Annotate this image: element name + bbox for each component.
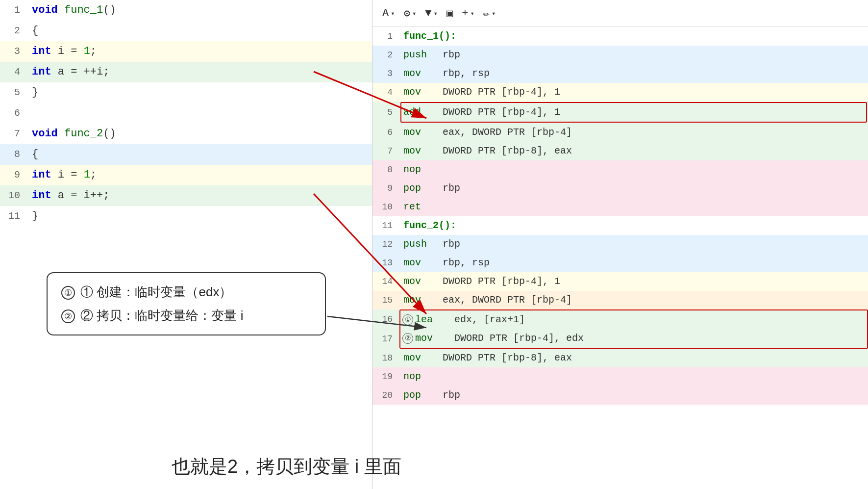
left-panel: 1 void func_1() 2 { 3 int i = 1; 4 int a… [0,0,372,489]
code-line-4: 4 int a = ++i; [0,62,372,82]
settings-button[interactable]: ⚙▾ [404,7,417,20]
source-code-area: 1 void func_1() 2 { 3 int i = 1; 4 int a… [0,0,372,227]
asm-line-1: 1 func_1(): [372,27,868,46]
asm-line-8: 8 nop [372,160,868,179]
code-line-1: 1 void func_1() [0,0,372,21]
code-line-3: 3 int i = 1; [0,41,372,62]
circle-2: ② [61,309,75,323]
filter-button[interactable]: ▼▾ [425,7,438,20]
asm-line-15: 15 moveax, DWORD PTR [rbp-4] [372,291,868,309]
asm-line-3: 3 movrbp, rsp [372,64,868,83]
asm-line-11: 11 func_2(): [372,216,868,235]
asm-line-2: 2 pushrbp [372,46,868,64]
asm-code-area: 1 func_1(): 2 pushrbp 3 movrbp, rsp 4 mo… [372,27,868,405]
right-panel: A▾ ⚙▾ ▼▾ ▣ +▾ ✏▾ 1 func_1(): 2 pushrbp 3… [372,0,868,489]
layout-button[interactable]: ▣ [446,7,453,20]
asm-line-9: 9 poprbp [372,179,868,198]
asm-line-10: 10 ret [372,198,868,216]
add-button[interactable]: +▾ [462,7,474,20]
circle-1: ① [61,286,75,300]
code-line-7: 7 void func_2() [0,124,372,144]
annotation-box: ① ① 创建：临时变量（edx） ② ② 拷贝：临时变量给：变量 i [47,272,326,335]
code-line-2: 2 { [0,21,372,41]
annotation-line-1: ① ① 创建：临时变量（edx） [61,282,311,303]
code-line-10: 10 int a = i++; [0,185,372,206]
asm-line-17: 17 ② movDWORD PTR [rbp-4], edx [372,329,868,349]
asm-line-13: 13 movrbp, rsp [372,254,868,272]
asm-line-19: 19 nop [372,367,868,386]
annotation-line-2: ② ② 拷贝：临时变量给：变量 i [61,306,311,326]
toolbar: A▾ ⚙▾ ▼▾ ▣ +▾ ✏▾ [372,0,868,27]
code-line-9: 9 int i = 1; [0,165,372,185]
asm-line-5: 5 addDWORD PTR [rbp-4], 1 [372,102,868,123]
asm-line-4: 4 movDWORD PTR [rbp-4], 1 [372,83,868,102]
asm-line-6: 6 moveax, DWORD PTR [rbp-4] [372,123,868,142]
asm-line-16: 16 ① leaedx, [rax+1] [372,309,868,329]
asm-line-7: 7 movDWORD PTR [rbp-8], eax [372,142,868,160]
code-line-8: 8 { [0,144,372,165]
code-line-6: 6 [0,103,372,124]
code-line-5: 5 } [0,82,372,103]
asm-line-20: 20 poprbp [372,386,868,405]
asm-line-18: 18 movDWORD PTR [rbp-8], eax [372,349,868,367]
edit-button[interactable]: ✏▾ [483,7,496,20]
code-line-11: 11 } [0,206,372,227]
font-button[interactable]: A▾ [382,7,395,20]
bottom-caption: 也就是2，拷贝到变量 i 里面 [172,454,401,479]
asm-line-14: 14 movDWORD PTR [rbp-4], 1 [372,272,868,291]
asm-line-12: 12 pushrbp [372,235,868,254]
